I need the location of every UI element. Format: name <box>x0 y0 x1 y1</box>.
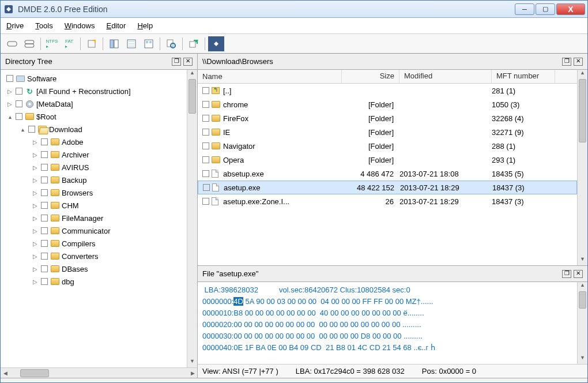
tool-view3[interactable] <box>141 36 157 51</box>
tree-label: CHM <box>62 201 79 210</box>
filelist-close-icon[interactable]: ✕ <box>574 58 583 66</box>
file-name: asetup.exe <box>224 183 261 192</box>
file-name: [..] <box>223 87 231 95</box>
file-name: IE <box>223 128 230 137</box>
directory-tree[interactable]: Software ▷↻[All Found + Reconstruction]▷… <box>1 70 187 367</box>
tool-new[interactable] <box>84 36 100 51</box>
file-mft: 281 (1) <box>492 87 555 95</box>
tool-view1[interactable] <box>106 36 122 51</box>
file-mft: 32268 (4) <box>492 114 555 123</box>
folder-icon <box>50 176 59 184</box>
menubar: Drive Tools Windows Editor Help <box>1 18 587 34</box>
hex-scrollbar[interactable]: ▲ ▼ <box>577 282 587 364</box>
menu-windows[interactable]: Windows <box>62 20 97 31</box>
tree-item[interactable]: ▷Converters <box>3 250 186 262</box>
tree-item[interactable]: ▴Download <box>3 123 186 136</box>
filelist-restore-icon[interactable]: ❐ <box>562 58 571 66</box>
tool-disk2[interactable] <box>21 36 37 51</box>
tree-item[interactable]: ▷DBases <box>3 262 186 275</box>
tree-item[interactable]: ▷dbg <box>3 275 186 288</box>
menu-drive[interactable]: Drive <box>4 20 26 31</box>
file-row[interactable]: asetup.exe48 422 1522013-07-21 18:291843… <box>198 181 577 194</box>
tree-root[interactable]: Software <box>27 74 56 83</box>
folder-icon <box>212 115 221 122</box>
tree-label: Download <box>49 125 82 134</box>
tree-item[interactable]: ▷↻[All Found + Reconstruction] <box>3 85 186 97</box>
file-list[interactable]: Name Size Modified MFT number [..]281 (1… <box>198 70 587 265</box>
tree-label: Communicator <box>62 227 111 235</box>
tree-item[interactable]: ▷[MetaData] <box>3 97 186 110</box>
file-icon <box>212 170 221 178</box>
file-name: absetup.exe <box>223 170 264 178</box>
tree-restore-icon[interactable]: ❐ <box>172 58 181 66</box>
tree-item[interactable]: ▷Adobe <box>3 136 186 148</box>
tree-hscroll[interactable]: ◀▶ <box>1 367 197 378</box>
tree-item[interactable]: ▴$Root <box>3 110 186 123</box>
folder-icon: ↻ <box>25 87 34 95</box>
minimize-button[interactable]: ─ <box>515 3 534 15</box>
tree-item[interactable]: ▷CHM <box>3 199 186 212</box>
folder-icon <box>25 112 34 121</box>
path-title: \\Download\Browsers <box>202 57 273 66</box>
tree-label: Converters <box>62 252 99 261</box>
filelist-scrollbar[interactable]: ▲ ▼ <box>577 70 587 265</box>
tree-item[interactable]: ▷Archiver <box>3 148 186 161</box>
tree-item[interactable]: ▷AVIRUS <box>3 161 186 174</box>
col-mft[interactable]: MFT number <box>492 70 555 83</box>
hex-restore-icon[interactable]: ❐ <box>562 270 571 278</box>
file-row[interactable]: absetup.exe4 486 4722013-07-21 18:081843… <box>198 167 577 181</box>
file-size: 48 422 152 <box>342 183 400 192</box>
menu-help[interactable]: Help <box>135 20 155 31</box>
col-size[interactable]: Size <box>342 70 399 83</box>
hex-content[interactable]: LBA:398628032 vol.sec:86420672 Clus:1080… <box>198 282 577 364</box>
file-row[interactable]: chrome[Folder]1050 (3) <box>198 97 577 111</box>
file-mft: 1050 (3) <box>492 100 555 109</box>
svg-rect-2 <box>25 40 34 44</box>
file-row[interactable]: Navigator[Folder]288 (1) <box>198 139 577 153</box>
hex-lba: LBA: 0x17c294c0 = 398 628 032 <box>296 367 405 376</box>
tree-label: Adobe <box>62 138 84 147</box>
maximize-button[interactable]: ▢ <box>536 3 555 15</box>
tree-scrollbar[interactable]: ▲ ▼ <box>187 70 197 367</box>
file-row[interactable]: FireFox[Folder]32268 (4) <box>198 111 577 125</box>
tree-item[interactable]: ▷FileManager <box>3 212 186 224</box>
tool-search[interactable] <box>163 36 179 51</box>
file-mft: 32271 (9) <box>492 128 555 137</box>
close-button[interactable]: X <box>556 3 585 15</box>
hex-panel: File "asetup.exe" ❐ ✕ LBA:398628032 vol.… <box>198 265 587 378</box>
tree-item[interactable]: ▷Backup <box>3 174 186 186</box>
folder-icon <box>212 129 221 136</box>
file-row[interactable]: IE[Folder]32271 (9) <box>198 125 577 139</box>
folder-icon <box>50 252 59 260</box>
tool-ntfs[interactable]: NTFS▸ <box>44 36 60 51</box>
file-name: FireFox <box>223 114 248 123</box>
svg-rect-12 <box>146 41 148 43</box>
folder-icon <box>212 101 221 108</box>
tool-disk1[interactable] <box>4 36 20 51</box>
menu-tools[interactable]: Tools <box>33 20 55 31</box>
menu-editor[interactable]: Editor <box>104 20 128 31</box>
file-row[interactable]: asetup.exe:Zone.I...262013-07-21 18:2918… <box>198 194 577 208</box>
tree-item[interactable]: ▷Browsers <box>3 186 186 199</box>
tool-export[interactable] <box>186 36 202 51</box>
hex-close-icon[interactable]: ✕ <box>574 270 583 278</box>
tool-fat[interactable]: FAT▸ <box>61 36 77 51</box>
folder-icon <box>212 142 221 149</box>
col-modified[interactable]: Modified <box>399 70 492 83</box>
tree-item[interactable]: ▷Communicator <box>3 224 186 237</box>
tree-label: [All Found + Reconstruction] <box>36 87 131 96</box>
file-list-header[interactable]: Name Size Modified MFT number <box>198 70 577 84</box>
tree-item[interactable]: ▷Compilers <box>3 237 186 250</box>
file-row[interactable]: Opera[Folder]293 (1) <box>198 153 577 167</box>
hex-view: View: ANSI (=77 |+77 ) <box>202 367 278 376</box>
tool-view2[interactable] <box>123 36 140 51</box>
tree-close-icon[interactable]: ✕ <box>183 58 193 66</box>
status-text: [Enter]: open (Editor) [Ctrl+U]: recover… <box>5 381 137 383</box>
file-row[interactable]: [..]281 (1) <box>198 84 577 97</box>
tree-label: AVIRUS <box>62 163 89 172</box>
window-title: DMDE 2.6.0 Free Edition <box>18 5 515 14</box>
tool-app[interactable] <box>208 36 224 51</box>
folder-icon <box>25 100 34 108</box>
folder-icon <box>50 138 59 146</box>
col-name[interactable]: Name <box>198 70 342 83</box>
